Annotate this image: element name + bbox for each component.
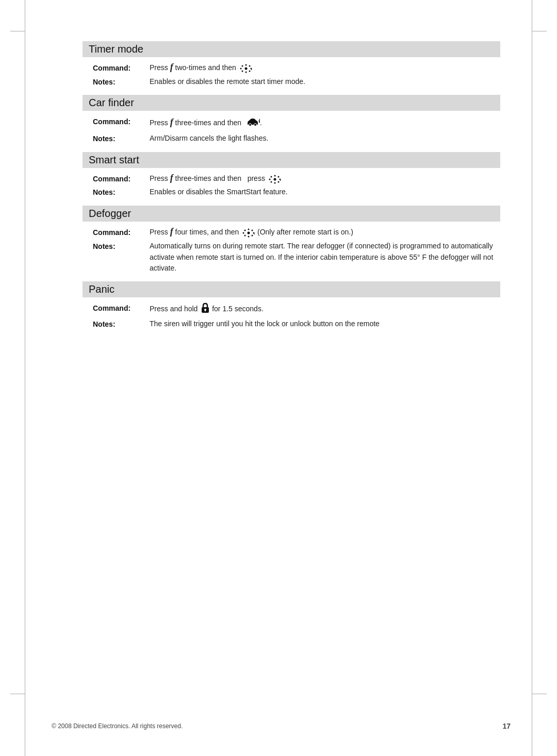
section-title-timer-mode: Timer mode xyxy=(83,41,500,57)
f-icon-car-finder: f xyxy=(170,117,173,127)
svg-point-8 xyxy=(244,68,247,70)
f-icon-smart-start: f xyxy=(170,173,173,183)
svg-point-1 xyxy=(245,72,247,73)
notes-value-defogger: Automatically turns on during remote sta… xyxy=(150,241,500,274)
section-car-finder: Car finder Command: Press f three-times … xyxy=(83,95,500,144)
notes-row-smart-start: Notes: Enables or disables the SmartStar… xyxy=(93,187,500,198)
command-label-defogger: Command: xyxy=(93,227,150,239)
svg-point-17 xyxy=(270,181,272,183)
svg-point-4 xyxy=(241,65,243,67)
svg-point-18 xyxy=(277,181,279,183)
svg-point-10 xyxy=(254,124,256,126)
notes-label-car-finder: Notes: xyxy=(93,133,150,145)
svg-rect-31 xyxy=(205,310,206,311)
svg-point-2 xyxy=(240,68,241,70)
notes-label-timer-mode: Notes: xyxy=(93,76,150,88)
remote-icon-timer xyxy=(239,63,251,73)
notes-label-defogger: Notes: xyxy=(93,241,150,253)
section-title-smart-start: Smart start xyxy=(83,152,500,168)
svg-point-15 xyxy=(270,176,272,178)
command-value-defogger: Press f four times, and then xyxy=(150,227,500,238)
remote-icon-defogger xyxy=(242,228,253,237)
notes-value-panic: The siren will trigger until you hit the… xyxy=(150,318,500,330)
command-row-timer-mode: Command: Press f two-times and then xyxy=(93,62,500,74)
notes-row-defogger: Notes: Automatically turns on during rem… xyxy=(93,241,500,274)
notes-row-timer-mode: Notes: Enables or disables the remote st… xyxy=(93,76,500,88)
svg-point-7 xyxy=(249,71,250,72)
svg-point-27 xyxy=(252,235,253,237)
section-defogger: Defogger Command: Press f four times, an… xyxy=(83,206,500,274)
command-label-car-finder: Command: xyxy=(93,116,150,128)
svg-point-26 xyxy=(244,235,246,237)
svg-point-25 xyxy=(252,230,253,231)
section-timer-mode: Timer mode Command: Press f two-times an… xyxy=(83,41,500,88)
footer-copyright: © 2008 Directed Electronics. All rights … xyxy=(52,723,183,730)
svg-point-24 xyxy=(244,230,246,231)
footer-page-number: 17 xyxy=(502,722,511,730)
command-value-panic: Press and hold xyxy=(150,303,500,316)
notes-value-smart-start: Enables or disables the SmartStart featu… xyxy=(150,187,500,198)
section-panic: Panic Command: Press and hold xyxy=(83,281,500,330)
section-title-panic: Panic xyxy=(83,281,500,297)
section-smart-start: Smart start Command: Press f three-times… xyxy=(83,152,500,198)
command-label-timer-mode: Command: xyxy=(93,62,150,74)
notes-row-car-finder: Notes: Arm/Disarm cancels the light flas… xyxy=(93,133,500,145)
command-row-defogger: Command: Press f four times, and then xyxy=(93,227,500,239)
svg-point-5 xyxy=(249,65,250,67)
command-value-timer-mode: Press f two-times and then xyxy=(150,62,500,74)
command-value-car-finder: Press f three-times and then xyxy=(150,116,500,131)
command-row-car-finder: Command: Press f three-times and then xyxy=(93,116,500,131)
svg-point-16 xyxy=(277,176,279,178)
notes-value-timer-mode: Enables or disables the remote start tim… xyxy=(150,76,500,88)
svg-point-23 xyxy=(253,232,255,234)
command-row-panic: Command: Press and hold xyxy=(93,303,500,316)
command-label-panic: Command: xyxy=(93,303,150,314)
section-title-defogger: Defogger xyxy=(83,206,500,222)
f-icon-timer: f xyxy=(170,62,173,72)
svg-point-14 xyxy=(279,179,281,180)
svg-point-0 xyxy=(245,64,247,66)
svg-point-21 xyxy=(248,236,250,238)
svg-point-12 xyxy=(274,182,275,184)
footer: © 2008 Directed Electronics. All rights … xyxy=(52,722,511,730)
f-icon-defogger: f xyxy=(170,226,173,237)
lock-icon-panic xyxy=(201,303,210,316)
svg-point-20 xyxy=(248,229,250,230)
svg-point-28 xyxy=(248,232,250,234)
svg-point-13 xyxy=(269,179,270,180)
svg-point-3 xyxy=(250,68,252,70)
section-title-car-finder: Car finder xyxy=(83,95,500,111)
command-label-smart-start: Command: xyxy=(93,173,150,185)
svg-point-11 xyxy=(274,175,275,177)
car-icon-car-finder xyxy=(245,116,260,131)
notes-row-panic: Notes: The siren will trigger until you … xyxy=(93,318,500,330)
notes-label-panic: Notes: xyxy=(93,318,150,330)
command-value-smart-start: Press f three-times and then press xyxy=(150,173,500,184)
svg-point-9 xyxy=(249,124,251,126)
remote-icon-smart-start xyxy=(268,174,280,183)
svg-point-22 xyxy=(243,232,244,234)
notes-value-car-finder: Arm/Disarm cancels the light flashes. xyxy=(150,133,500,144)
command-row-smart-start: Command: Press f three-times and then pr… xyxy=(93,173,500,185)
notes-label-smart-start: Notes: xyxy=(93,187,150,198)
svg-point-19 xyxy=(273,178,276,181)
svg-point-6 xyxy=(241,71,243,72)
